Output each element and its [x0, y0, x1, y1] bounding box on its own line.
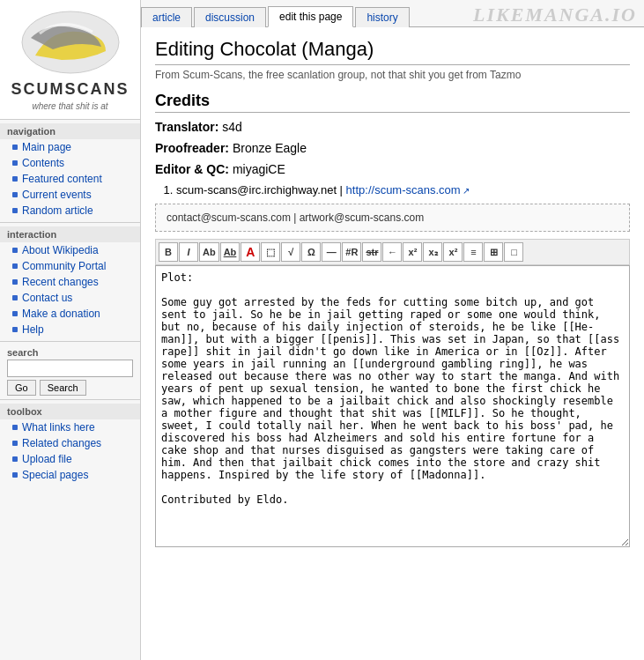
sidebar-item-contents[interactable]: Contents	[0, 155, 140, 171]
search-label: search	[7, 345, 133, 360]
page-subtitle: From Scum-Scans, the free scanlation gro…	[155, 69, 630, 81]
tab-history[interactable]: history	[355, 7, 409, 27]
sidebar-item-special[interactable]: Special pages	[0, 467, 140, 483]
sidebar-item-featured[interactable]: Featured content	[0, 171, 140, 187]
bullet-icon	[12, 160, 18, 166]
sidebar-item-random[interactable]: Random article	[0, 203, 140, 219]
toolbar-math[interactable]: √	[281, 242, 300, 262]
toolbar-italic[interactable]: I	[179, 242, 198, 262]
tab-discussion[interactable]: discussion	[194, 7, 266, 27]
contact-text: scum-scans@irc.irchighway.net |	[176, 183, 346, 197]
proofreader-label: Proofreader:	[155, 141, 229, 155]
translator-row: Translator: s4d	[155, 120, 630, 134]
logo-text: ScumScans	[7, 80, 133, 99]
editor-label: Editor & QC:	[155, 162, 229, 176]
search-button[interactable]: Search	[40, 380, 86, 396]
editor-toolbar: B I Ab Ab A ⬚ √ Ω — #R str ← x² x₂ x² ≡ …	[155, 239, 630, 265]
navigation-title: navigation	[0, 123, 140, 139]
toolbar-font[interactable]: A	[241, 242, 260, 262]
bullet-icon	[12, 472, 18, 478]
toolbar-arrow[interactable]: ←	[382, 242, 402, 262]
editor-value: miyagiCE	[233, 162, 285, 176]
edit-textarea[interactable]	[155, 265, 630, 547]
logo-tagline: where that shit is at	[32, 101, 107, 111]
sidebar-item-related-changes[interactable]: Related changes	[0, 435, 140, 451]
toolbar-bold[interactable]: B	[159, 242, 178, 262]
toolbox-section: toolbox What links here Related changes …	[0, 399, 140, 486]
contact-box: contact@scum-scans.com | artwork@scum-sc…	[155, 204, 630, 232]
bullet-icon	[12, 425, 18, 430]
search-section: search Go Search	[0, 341, 140, 399]
bullet-icon	[12, 208, 18, 213]
logo-image	[18, 7, 123, 78]
search-buttons: Go Search	[7, 380, 133, 396]
bullet-icon	[12, 192, 18, 197]
proofreader-value: Bronze Eagle	[233, 141, 307, 155]
site-logo-tabs: LIKEMANGA.IO	[473, 4, 644, 26]
editor-row: Editor & QC: miyagiCE	[155, 162, 630, 176]
sidebar-item-contact[interactable]: Contact us	[0, 290, 140, 306]
list-item: scum-scans@irc.irchighway.net | http://s…	[176, 183, 630, 197]
contact-box-text: contact@scum-scans.com | artwork@scum-sc…	[167, 211, 424, 224]
sidebar-item-about[interactable]: About Wikipedia	[0, 242, 140, 258]
translator-label: Translator:	[155, 120, 218, 134]
sidebar-item-community[interactable]: Community Portal	[0, 258, 140, 274]
bullet-icon	[12, 295, 18, 300]
page-title: Editing Chocolat (Manga)	[155, 38, 630, 65]
tabs-bar: article discussion edit this page histor…	[141, 0, 644, 27]
credits-heading: Credits	[155, 92, 630, 113]
sidebar-item-what-links[interactable]: What links here	[0, 419, 140, 435]
sidebar-item-donate[interactable]: Make a donation	[0, 306, 140, 322]
toolbar-box[interactable]: □	[504, 242, 523, 262]
toolbar-omega[interactable]: Ω	[301, 242, 321, 262]
toolbar-dash[interactable]: —	[322, 242, 341, 262]
toolbar-ref[interactable]: #R	[342, 242, 361, 262]
sidebar-item-help[interactable]: Help	[0, 322, 140, 337]
sidebar-item-upload[interactable]: Upload file	[0, 451, 140, 467]
bullet-icon	[12, 176, 18, 182]
go-button[interactable]: Go	[7, 380, 36, 396]
bullet-icon	[12, 279, 18, 285]
toolbar-table[interactable]: ⊞	[484, 242, 503, 262]
toolbox-title: toolbox	[0, 404, 140, 419]
bullet-icon	[12, 456, 18, 462]
interaction-title: interaction	[0, 226, 140, 242]
sidebar-item-recent-changes[interactable]: Recent changes	[0, 274, 140, 290]
bullet-icon	[12, 311, 18, 316]
proofreader-row: Proofreader: Bronze Eagle	[155, 141, 630, 155]
page-content-area: Editing Chocolat (Manga) From Scum-Scans…	[141, 27, 644, 560]
search-input[interactable]	[7, 360, 133, 377]
translator-value: s4d	[222, 120, 242, 134]
bullet-icon	[12, 263, 18, 269]
toolbar-ab1[interactable]: Ab	[199, 242, 219, 262]
sidebar-item-current-events[interactable]: Current events	[0, 187, 140, 203]
contact-link[interactable]: http://scum-scans.com	[346, 183, 470, 197]
tab-edit[interactable]: edit this page	[268, 6, 353, 27]
toolbar-ab2[interactable]: Ab	[220, 242, 241, 262]
sidebar-item-main-page[interactable]: Main page	[0, 139, 140, 155]
sidebar: ScumScans where that shit is at navigati…	[0, 0, 141, 660]
credits-list: scum-scans@irc.irchighway.net | http://s…	[176, 183, 630, 197]
logo-area: ScumScans where that shit is at	[0, 0, 140, 119]
bullet-icon	[12, 145, 18, 150]
main-content: article discussion edit this page histor…	[141, 0, 644, 660]
bullet-icon	[12, 327, 18, 332]
toolbar-sub[interactable]: x₂	[423, 242, 442, 262]
toolbar-image[interactable]: ⬚	[261, 242, 280, 262]
tab-article[interactable]: article	[141, 7, 192, 27]
bullet-icon	[12, 248, 18, 253]
interaction-section: interaction About Wikipedia Community Po…	[0, 222, 140, 341]
toolbar-list[interactable]: ≡	[463, 242, 483, 262]
toolbar-sup[interactable]: x²	[403, 242, 422, 262]
bullet-icon	[12, 441, 18, 446]
toolbar-strike[interactable]: str	[362, 242, 381, 262]
toolbar-sup2[interactable]: x²	[443, 242, 463, 262]
navigation-section: navigation Main page Contents Featured c…	[0, 119, 140, 222]
